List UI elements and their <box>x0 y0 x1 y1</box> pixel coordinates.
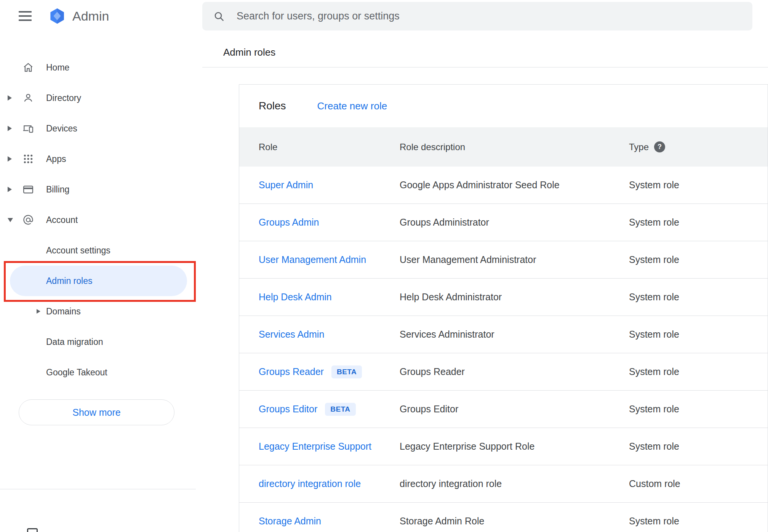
help-icon[interactable]: ? <box>654 141 665 152</box>
role-cell: Groups Admin <box>239 217 400 228</box>
role-description: Groups Administrator <box>400 217 629 228</box>
person-icon <box>22 92 34 104</box>
role-cell: Help Desk Admin <box>239 292 400 303</box>
sidebar-item-label: Home <box>46 62 69 73</box>
sidebar-item-billing[interactable]: Billing <box>0 174 202 205</box>
app-title: Admin <box>72 9 109 24</box>
role-description: Help Desk Administrator <box>400 292 629 303</box>
column-header-description: Role description <box>400 142 629 152</box>
role-cell: Groups Reader BETA <box>239 365 400 378</box>
role-type: Custom role <box>629 478 768 489</box>
role-description: User Management Administrator <box>400 254 629 265</box>
roles-table-header: Role Role description Type ? <box>239 127 768 167</box>
role-cell: Legacy Enterprise Support <box>239 441 400 452</box>
table-row[interactable]: Storage Admin Storage Admin Role System … <box>239 503 768 532</box>
sidebar-item-label: Admin roles <box>46 276 92 286</box>
role-description: directory integration role <box>400 478 629 489</box>
beta-badge: BETA <box>331 365 362 378</box>
role-description: Google Apps Administrator Seed Role <box>400 179 629 191</box>
table-row[interactable]: Help Desk Admin Help Desk Administrator … <box>239 279 768 316</box>
role-link[interactable]: Help Desk Admin <box>259 292 332 303</box>
devices-icon <box>22 123 34 134</box>
sidebar-item-admin-roles[interactable]: Admin roles <box>10 266 187 296</box>
role-type: System role <box>629 254 768 265</box>
sidebar-item-directory[interactable]: Directory <box>0 83 202 113</box>
sidebar: Admin Home Directory <box>0 0 202 532</box>
role-type: System role <box>629 329 768 340</box>
roles-table-body: Super Admin Google Apps Administrator Se… <box>239 167 768 532</box>
role-description: Groups Reader <box>400 366 629 377</box>
role-type: System role <box>629 217 768 228</box>
page-title: Admin roles <box>223 46 275 58</box>
roles-heading: Roles <box>259 100 286 112</box>
table-row[interactable]: User Management Admin User Management Ad… <box>239 241 768 279</box>
role-cell: Services Admin <box>239 329 400 340</box>
table-row[interactable]: Groups Admin Groups Administrator System… <box>239 204 768 241</box>
table-row[interactable]: directory integration role directory int… <box>239 465 768 503</box>
sidebar-item-label: Account settings <box>46 245 110 256</box>
role-description: Storage Admin Role <box>400 516 629 527</box>
search-input[interactable] <box>236 10 731 22</box>
table-row[interactable]: Legacy Enterprise Support Legacy Enterpr… <box>239 428 768 465</box>
role-cell: directory integration role <box>239 478 400 489</box>
role-type: System role <box>629 179 768 191</box>
sidebar-item-google-takeout[interactable]: Google Takeout <box>0 357 202 388</box>
beta-badge: BETA <box>325 403 355 416</box>
table-row[interactable]: Services Admin Services Administrator Sy… <box>239 316 768 353</box>
sidebar-divider <box>0 489 196 489</box>
search-bar <box>202 2 752 30</box>
sidebar-item-label: Apps <box>46 154 66 164</box>
show-more-button[interactable]: Show more <box>19 399 174 425</box>
menu-icon[interactable] <box>19 11 32 21</box>
sidebar-item-label: Billing <box>46 184 69 195</box>
role-link[interactable]: Services Admin <box>259 329 324 340</box>
sidebar-item-label: Domains <box>46 306 81 317</box>
apps-grid-icon <box>22 153 34 165</box>
create-new-role-link[interactable]: Create new role <box>317 100 387 112</box>
role-type: System role <box>629 292 768 303</box>
role-type: System role <box>629 366 768 377</box>
roles-card-header: Roles Create new role <box>239 85 768 127</box>
role-description: Groups Editor <box>400 404 629 415</box>
expand-arrow-icon[interactable] <box>8 156 22 162</box>
role-link[interactable]: Storage Admin <box>259 516 321 527</box>
sidebar-item-label: Devices <box>46 123 77 134</box>
sidebar-item-data-migration[interactable]: Data migration <box>0 327 202 357</box>
role-link[interactable]: Groups Editor <box>259 404 317 415</box>
role-link[interactable]: directory integration role <box>259 478 361 489</box>
role-type: System role <box>629 441 768 452</box>
sidebar-item-home[interactable]: Home <box>0 52 202 83</box>
role-cell: Groups Editor BETA <box>239 403 400 416</box>
role-link[interactable]: Super Admin <box>259 179 313 191</box>
role-type: System role <box>629 404 768 415</box>
role-link[interactable]: Legacy Enterprise Support <box>259 441 371 452</box>
sidebar-item-label: Data migration <box>46 337 103 347</box>
sidebar-item-account-settings[interactable]: Account settings <box>0 235 202 266</box>
sidebar-item-account[interactable]: Account <box>0 205 202 235</box>
header-divider <box>202 67 768 67</box>
table-row[interactable]: Groups Reader BETA Groups Reader System … <box>239 353 768 391</box>
sidebar-item-domains[interactable]: Domains <box>0 296 202 327</box>
table-row[interactable]: Super Admin Google Apps Administrator Se… <box>239 167 768 204</box>
role-link[interactable]: Groups Admin <box>259 217 319 228</box>
sidebar-item-label: Directory <box>46 93 81 103</box>
expand-arrow-icon[interactable] <box>37 309 46 314</box>
expand-arrow-icon[interactable] <box>8 95 22 101</box>
admin-logo-icon <box>48 7 66 25</box>
sidebar-item-devices[interactable]: Devices <box>0 113 202 144</box>
table-row[interactable]: Groups Editor BETA Groups Editor System … <box>239 391 768 428</box>
at-sign-icon <box>22 214 34 226</box>
role-link[interactable]: Groups Reader <box>259 366 324 377</box>
role-type: System role <box>629 516 768 527</box>
column-header-role: Role <box>239 142 400 152</box>
roles-card: Roles Create new role Role Role descript… <box>239 84 768 532</box>
collapse-arrow-icon[interactable] <box>8 218 22 222</box>
bottom-partial-icon <box>27 528 38 532</box>
role-link[interactable]: User Management Admin <box>259 254 366 265</box>
sidebar-item-apps[interactable]: Apps <box>0 144 202 174</box>
expand-arrow-icon[interactable] <box>8 187 22 192</box>
role-description: Legacy Enterprise Support Role <box>400 441 629 452</box>
credit-card-icon <box>22 184 34 195</box>
expand-arrow-icon[interactable] <box>8 126 22 131</box>
role-cell: Super Admin <box>239 179 400 191</box>
